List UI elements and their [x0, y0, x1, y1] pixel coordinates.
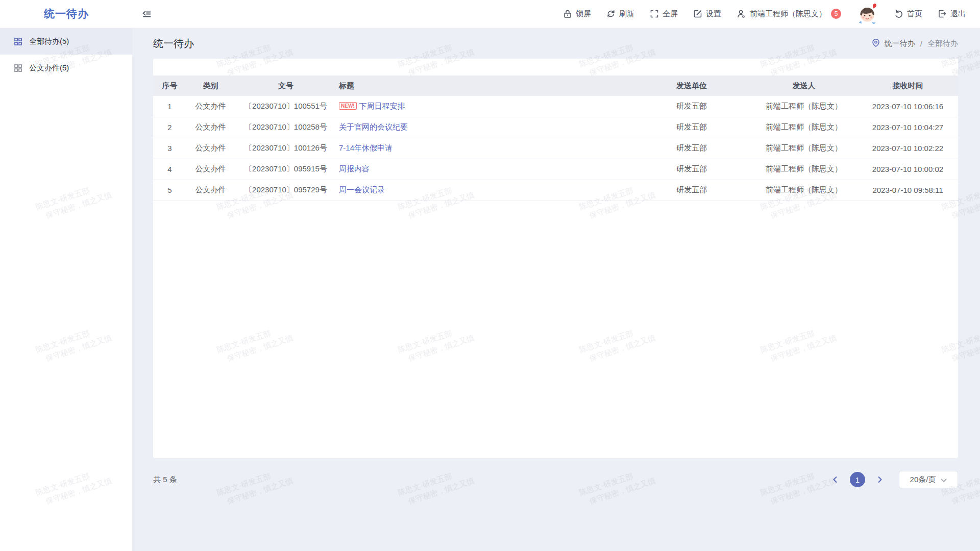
fullscreen-button[interactable]: 全屏	[650, 9, 678, 19]
cell-doc-no: 〔20230710〕100126号	[235, 138, 337, 159]
todo-count-badge: 5	[831, 9, 841, 19]
cell-doc-no: 〔20230710〕100551号	[235, 96, 337, 117]
current-user-menu[interactable]: 前端工程师（陈思文） 5	[737, 9, 841, 19]
todo-table: 序号类别文号标题发送单位发送人接收时间 1 公文办件 〔20230710〕100…	[153, 76, 958, 201]
sidebar-item-label: 公文办件(5)	[29, 63, 69, 73]
cell-unit: 研发五部	[633, 159, 750, 180]
cell-category: 公文办件	[186, 138, 235, 159]
cell-time: 2023-07-10 10:06:16	[857, 96, 958, 117]
table-row: 1 公文办件 〔20230710〕100551号 NEW!下周日程安排 研发五部…	[153, 96, 958, 117]
cell-sender: 前端工程师（陈思文）	[750, 117, 857, 138]
doc-title-link[interactable]: 下周日程安排	[359, 102, 405, 110]
column-header: 文号	[235, 76, 337, 96]
cell-time: 2023-07-10 10:02:22	[857, 138, 958, 159]
cell-unit: 研发五部	[633, 138, 750, 159]
cell-title: 周一会议记录	[337, 180, 633, 201]
cell-index: 2	[153, 117, 186, 138]
doc-title-link[interactable]: 7-14年休假申请	[339, 143, 393, 152]
location-pin-icon	[871, 38, 880, 49]
settings-button[interactable]: 设置	[693, 9, 721, 19]
sidebar-collapse-icon[interactable]	[139, 6, 154, 21]
cell-sender: 前端工程师（陈思文）	[750, 159, 857, 180]
doc-title-link[interactable]: 周报内容	[339, 164, 370, 173]
fullscreen-icon	[650, 9, 659, 18]
cell-sender: 前端工程师（陈思文）	[750, 180, 857, 201]
cell-title: 7-14年休假申请	[337, 138, 633, 159]
column-header: 标题	[337, 76, 633, 96]
grid-icon	[14, 64, 22, 72]
column-header: 发送人	[750, 76, 857, 96]
undo-home-icon	[894, 9, 903, 18]
doc-title-link[interactable]: 周一会议记录	[339, 185, 385, 194]
cell-time: 2023-07-10 09:58:11	[857, 180, 958, 201]
next-page-button[interactable]	[874, 472, 886, 487]
cell-index: 3	[153, 138, 186, 159]
page-size-select[interactable]: 20条/页	[899, 471, 958, 488]
cell-unit: 研发五部	[633, 180, 750, 201]
avatar[interactable]	[856, 2, 879, 26]
sidebar-item-label: 全部待办(5)	[29, 37, 69, 46]
settings-label: 设置	[706, 9, 721, 19]
header-actions: 锁屏 刷新 全屏	[563, 2, 980, 26]
new-badge: NEW!	[339, 102, 357, 110]
settings-icon	[693, 9, 702, 18]
cell-unit: 研发五部	[633, 117, 750, 138]
top-header: 统一待办 锁屏	[0, 0, 980, 28]
cell-category: 公文办件	[186, 117, 235, 138]
logout-button[interactable]: 退出	[938, 9, 966, 19]
logout-icon	[938, 9, 947, 18]
home-button[interactable]: 首页	[894, 9, 922, 19]
refresh-icon	[606, 9, 616, 18]
doc-title-link[interactable]: 关于官网的会议纪要	[339, 122, 408, 131]
cell-sender: 前端工程师（陈思文）	[750, 138, 857, 159]
lock-screen-label: 锁屏	[576, 9, 591, 19]
breadcrumb: 统一待办 / 全部待办	[871, 38, 958, 49]
table-row: 3 公文办件 〔20230710〕100126号 7-14年休假申请 研发五部 …	[153, 138, 958, 159]
lock-screen-button[interactable]: 锁屏	[563, 9, 591, 19]
lock-icon	[563, 9, 572, 18]
cell-index: 5	[153, 180, 186, 201]
home-label: 首页	[907, 9, 922, 19]
sidebar-item-official-doc[interactable]: 公文办件(5)	[0, 55, 132, 81]
chevron-down-icon	[941, 475, 947, 484]
cell-category: 公文办件	[186, 180, 235, 201]
logout-label: 退出	[950, 9, 966, 19]
cell-doc-no: 〔20230710〕095915号	[235, 159, 337, 180]
refresh-button[interactable]: 刷新	[606, 9, 634, 19]
breadcrumb-root[interactable]: 统一待办	[885, 39, 915, 48]
table-row: 4 公文办件 〔20230710〕095915号 周报内容 研发五部 前端工程师…	[153, 159, 958, 180]
cell-index: 1	[153, 96, 186, 117]
main-content: 统一待办 统一待办 / 全部待办 序号类别文号标题发送单位发送人接收时间 1 公…	[133, 28, 980, 551]
table-header-row: 序号类别文号标题发送单位发送人接收时间	[153, 76, 958, 96]
app-logo: 统一待办	[0, 7, 133, 21]
cell-category: 公文办件	[186, 96, 235, 117]
table-row: 2 公文办件 〔20230710〕100258号 关于官网的会议纪要 研发五部 …	[153, 117, 958, 138]
sidebar: 全部待办(5) 公文办件(5)	[0, 28, 133, 551]
cell-title: 周报内容	[337, 159, 633, 180]
sidebar-item-all-todo[interactable]: 全部待办(5)	[0, 28, 132, 55]
fullscreen-label: 全屏	[663, 9, 678, 19]
cell-time: 2023-07-10 10:04:27	[857, 117, 958, 138]
table-footer: 共 5 条 1 20条/页	[133, 467, 980, 492]
cell-title: NEW!下周日程安排	[337, 96, 633, 117]
column-header: 发送单位	[633, 76, 750, 96]
todo-table-card: 序号类别文号标题发送单位发送人接收时间 1 公文办件 〔20230710〕100…	[153, 59, 958, 458]
pagination: 1 20条/页	[829, 471, 958, 488]
cell-title: 关于官网的会议纪要	[337, 117, 633, 138]
breadcrumb-separator: /	[919, 39, 923, 48]
page-number-button[interactable]: 1	[850, 472, 865, 487]
cell-doc-no: 〔20230710〕100258号	[235, 117, 337, 138]
grid-icon	[14, 37, 22, 46]
cell-sender: 前端工程师（陈思文）	[750, 96, 857, 117]
cell-unit: 研发五部	[633, 96, 750, 117]
cell-index: 4	[153, 159, 186, 180]
column-header: 类别	[186, 76, 235, 96]
cell-time: 2023-07-10 10:00:02	[857, 159, 958, 180]
cell-category: 公文办件	[186, 159, 235, 180]
table-row: 5 公文办件 〔20230710〕095729号 周一会议记录 研发五部 前端工…	[153, 180, 958, 201]
user-name-label: 前端工程师（陈思文）	[750, 9, 826, 19]
page-size-value: 20条/页	[910, 475, 936, 485]
user-icon	[737, 9, 746, 19]
total-count-label: 共 5 条	[153, 475, 177, 485]
prev-page-button[interactable]	[829, 472, 841, 487]
